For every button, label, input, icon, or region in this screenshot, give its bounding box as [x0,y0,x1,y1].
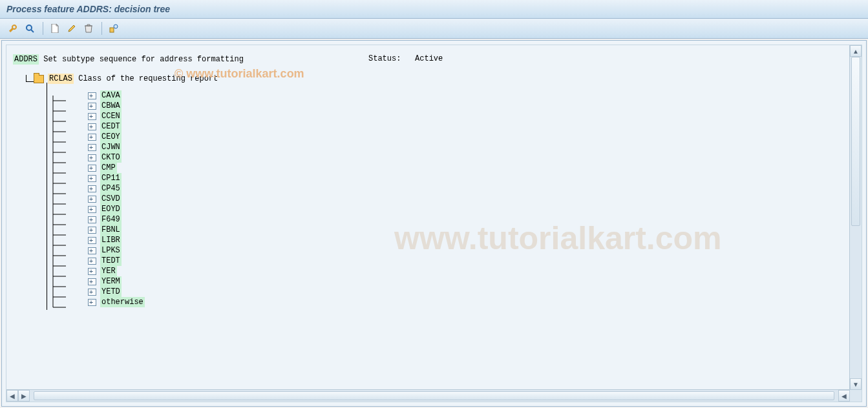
status-block: Status: Active [368,54,443,63]
page-title: Process feature ADDRS: decision tree [6,4,170,14]
tree-leaf[interactable]: CEDT [63,121,843,132]
leaf-label: CEDT [100,121,122,132]
status-label: Status: [368,54,401,63]
scroll-right-inner-icon[interactable]: ▶ [18,390,30,402]
expand-icon[interactable] [88,185,96,192]
vscroll-thumb[interactable] [851,57,860,226]
expand-icon[interactable] [88,175,96,182]
tree-leaf[interactable]: CEOY [63,132,843,142]
expand-icon[interactable] [88,216,96,223]
vscroll-track[interactable] [850,57,862,378]
branch-desc: Class of the requesting report [78,74,218,84]
tree-leaf[interactable]: CSVD [63,194,843,204]
tree-leaf[interactable]: TEDT [63,256,843,266]
expand-icon[interactable] [88,227,96,234]
tree-leaf[interactable]: FBNL [63,225,843,235]
detail-button[interactable] [106,21,122,36]
tree-leaf[interactable]: CP11 [63,173,843,183]
root-desc: Set subtype sequence for address formatt… [43,54,244,65]
expand-icon[interactable] [88,134,96,141]
detail-icon [109,24,118,33]
expand-icon[interactable] [88,268,96,275]
hscroll-track[interactable] [34,390,834,402]
new-button[interactable] [47,21,63,36]
tree-branch-rclas[interactable]: RCLAS Class of the requesting report [34,74,843,84]
tree-leaf[interactable]: CCEN [63,111,843,121]
inspect-button[interactable] [22,21,37,36]
trash-icon [85,24,92,33]
document-icon [51,24,59,33]
tree-leaf[interactable]: CMP [63,163,843,173]
tree-leaf[interactable]: CAVA [63,90,843,101]
tree-vline [47,83,47,310]
expand-icon[interactable] [88,299,96,306]
tree-leaf[interactable]: otherwise [63,297,843,307]
magnifier-icon [25,24,34,33]
expand-icon[interactable] [88,278,96,285]
tools-button[interactable] [5,21,21,36]
leaf-label: CBWA [100,101,122,111]
delete-button[interactable] [81,21,96,36]
svg-rect-2 [110,28,114,32]
leaf-label: EOYD [100,204,122,214]
expand-icon[interactable] [88,247,96,254]
hscroll-thumb[interactable] [34,391,834,400]
expand-icon[interactable] [88,165,96,172]
leaf-label: otherwise [100,297,145,307]
leaf-label: FBNL [100,225,122,235]
leaf-label: CJWN [100,142,122,152]
tree-leaf[interactable]: F649 [63,214,843,225]
tree-leaf[interactable]: LPKS [63,245,843,256]
expand-icon[interactable] [88,289,96,296]
expand-icon[interactable] [88,144,96,151]
tree-leaf[interactable]: CP45 [63,183,843,194]
root-code: ADDRS [13,54,39,65]
tree-leaf[interactable]: CBWA [63,101,843,111]
leaf-label: YETD [100,287,122,297]
tree-leaf[interactable]: YER [63,266,843,276]
expand-icon[interactable] [88,92,96,99]
scroll-down-icon[interactable]: ▼ [850,378,862,390]
expand-icon[interactable] [88,103,96,110]
root-space [39,54,43,65]
leaf-label: CSVD [100,194,122,204]
expand-icon[interactable] [88,123,96,130]
tree-leaf[interactable]: CJWN [63,142,843,152]
leaf-label: F649 [100,214,122,225]
status-value: Active [415,54,443,63]
tree-leaf[interactable]: LIBR [63,235,843,245]
edit-button[interactable] [64,21,79,36]
tree-leaf[interactable]: CKTO [63,152,843,163]
tree-area: ADDRS Set subtype sequence for address f… [6,45,850,390]
status-space [406,54,410,63]
svg-point-0 [26,25,32,30]
scroll-left-icon[interactable]: ◀ [6,390,18,402]
branch-space [74,74,78,84]
folder-open-icon [34,75,44,83]
leaf-label: CMP [100,163,117,173]
leaf-label: CAVA [100,90,122,101]
pencil-icon [67,24,76,33]
svg-point-3 [114,25,118,28]
toolbar-separator [43,22,43,35]
horizontal-scrollbar[interactable]: ◀ ▶ ◀ ▶ [6,389,862,402]
scroll-left-inner-icon[interactable]: ◀ [838,390,850,402]
tree-leaves: CAVACBWACCENCEDTCEOYCJWNCKTOCMPCP11CP45C… [13,90,843,307]
tree-leaf[interactable]: YERM [63,276,843,287]
scroll-up-icon[interactable]: ▲ [850,45,862,57]
svg-line-1 [31,30,34,32]
expand-icon[interactable] [88,113,96,120]
tree-panel: © www.tutorialkart.com www.tutorialkart.… [6,45,862,402]
expand-icon[interactable] [88,237,96,244]
expand-icon[interactable] [88,154,96,161]
expand-icon[interactable] [88,206,96,213]
vertical-scrollbar[interactable]: ▲ ▼ [849,45,862,390]
leaf-label: LIBR [100,235,122,245]
leaf-label: YERM [100,276,122,287]
tree-leaf[interactable]: YETD [63,287,843,297]
expand-icon[interactable] [88,196,96,203]
expand-icon[interactable] [88,258,96,265]
title-bar: Process feature ADDRS: decision tree [0,0,868,19]
leaf-label: YER [100,266,117,276]
tree-leaf[interactable]: EOYD [63,204,843,214]
